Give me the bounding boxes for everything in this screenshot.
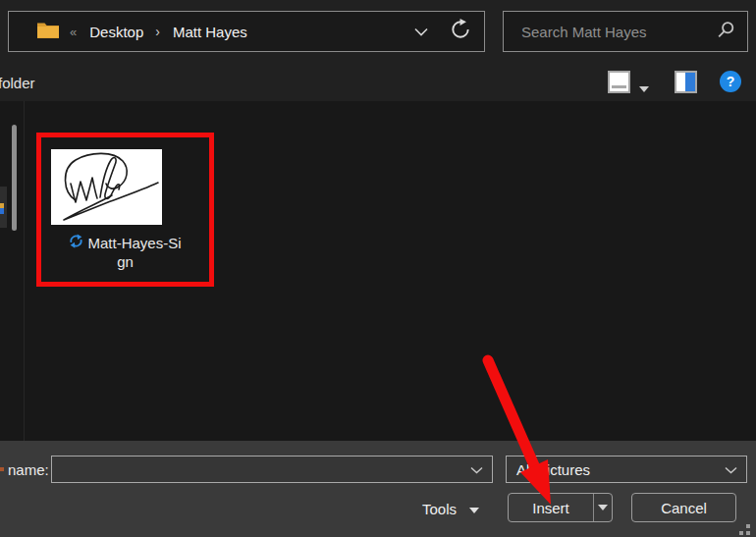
file-type-chevron-down-icon[interactable] [725, 460, 737, 478]
address-dropdown-chevron-icon[interactable] [414, 23, 428, 40]
nav-item-icon-fragment-bottom [0, 208, 4, 214]
insert-button[interactable]: Insert [509, 500, 593, 516]
breadcrumb-separator-icon: › [155, 24, 160, 39]
left-crop-artifact [0, 467, 4, 471]
cancel-button[interactable]: Cancel [631, 493, 736, 522]
new-folder-button-partial[interactable]: folder [0, 75, 35, 91]
breadcrumb-matt-hayes[interactable]: Matt Hayes [173, 24, 247, 40]
file-name-line1: Matt-Hayes-Si [87, 234, 181, 252]
tools-label: Tools [422, 501, 457, 517]
folder-icon [36, 21, 60, 43]
address-bar[interactable]: « Desktop › Matt Hayes [8, 11, 485, 52]
insert-split-button[interactable]: Insert [508, 493, 613, 522]
insert-dropdown-caret-icon[interactable] [594, 505, 612, 510]
help-icon[interactable]: ? [720, 71, 741, 92]
tools-caret-icon [469, 500, 479, 517]
search-input[interactable] [519, 23, 717, 41]
help-glyph: ? [727, 74, 735, 89]
insert-picture-dialog: « Desktop › Matt Hayes folder [0, 0, 756, 537]
resize-grip-dot[interactable] [746, 524, 750, 528]
signature-image [51, 149, 162, 225]
file-name-combobox[interactable] [51, 456, 493, 483]
refresh-icon[interactable] [450, 19, 471, 44]
file-label[interactable]: Matt-Hayes-Si gn [36, 234, 214, 271]
search-box[interactable] [503, 11, 748, 52]
views-icon[interactable] [608, 71, 630, 93]
breadcrumb-desktop[interactable]: Desktop [89, 24, 143, 40]
file-name-input[interactable] [52, 461, 470, 478]
preview-pane-blue-half [685, 73, 695, 91]
resize-grip-dot[interactable] [746, 531, 750, 535]
preview-pane-icon[interactable] [675, 71, 697, 93]
views-dropdown-caret-icon[interactable] [639, 79, 649, 96]
file-name-chevron-down-icon[interactable] [470, 460, 483, 478]
file-name-line2: gn [117, 253, 134, 270]
file-thumbnail[interactable] [51, 149, 162, 225]
nav-pane-divider [24, 101, 25, 441]
file-name-label: name: [8, 461, 49, 478]
views-icon-strip [612, 85, 626, 88]
file-type-selected: All Pictures [507, 461, 725, 478]
tools-dropdown[interactable]: Tools [422, 497, 479, 520]
file-type-combobox[interactable]: All Pictures [506, 456, 747, 483]
search-icon[interactable] [717, 21, 735, 43]
nav-scrollbar-thumb[interactable] [12, 125, 17, 231]
breadcrumb-overflow-chevrons[interactable]: « [70, 25, 77, 39]
sync-icon [69, 234, 83, 252]
resize-grip-dot[interactable] [739, 531, 743, 535]
